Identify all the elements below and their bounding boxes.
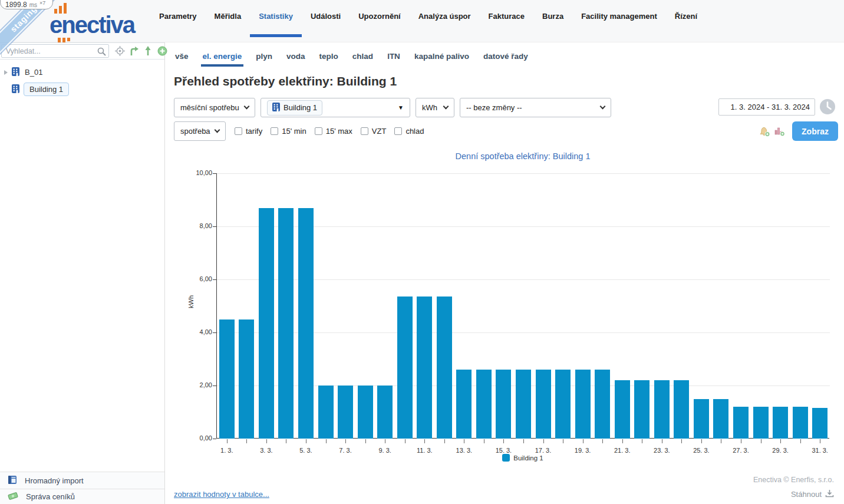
x-axis-label: 21. 3.: [614, 447, 631, 454]
bar-21-3: [615, 380, 630, 439]
bar-slot: [711, 173, 731, 439]
bar-slot: 21. 3.: [612, 173, 632, 439]
x-axis-tick: [622, 439, 623, 443]
x-axis-tick: [563, 439, 563, 443]
tab-itn[interactable]: ITN: [387, 52, 400, 61]
x-axis-label: 5. 3.: [299, 447, 312, 454]
nav-item-burza[interactable]: Burza: [542, 0, 563, 42]
profiler-time: 1899.8: [5, 1, 27, 9]
building-multiselect[interactable]: Building 1 ▼: [261, 98, 410, 117]
add-chart-icon[interactable]: [774, 126, 785, 136]
checkbox-box-15-max[interactable]: [315, 127, 322, 135]
bar-slot: 5. 3.: [296, 173, 316, 439]
sidebar-item-price-lists[interactable]: Správa ceníků: [0, 489, 164, 504]
x-axis-tick: [721, 439, 721, 443]
checkbox-box-chlad[interactable]: [394, 127, 402, 135]
x-axis-tick: [306, 439, 306, 443]
bar-slot: 27. 3.: [731, 173, 751, 439]
checkbox-vzt[interactable]: VZT: [361, 127, 387, 136]
y-axis-tick: [213, 226, 216, 227]
bar-14-3: [476, 370, 492, 439]
up-arrow-icon[interactable]: [143, 46, 153, 57]
checkbox-box-15-min[interactable]: [271, 127, 278, 135]
page: ParametryMěřidlaStatistikyUdálostiUpozor…: [0, 0, 844, 504]
tab-el-energie[interactable]: el. energie: [203, 52, 242, 61]
target-icon[interactable]: [114, 46, 125, 57]
nav-item-parametry[interactable]: Parametry: [159, 0, 197, 42]
period-select[interactable]: měsíční spotřebu: [174, 98, 255, 117]
checkbox-15-min[interactable]: 15' min: [271, 127, 306, 136]
expand-arrow-icon[interactable]: [4, 70, 8, 75]
branch-arrow-icon[interactable]: [128, 46, 139, 57]
bar-20-3: [595, 370, 610, 439]
change-select-value: -- beze změny --: [466, 103, 522, 112]
period-select-value: měsíční spotřebu: [180, 103, 239, 112]
x-axis-label: 19. 3.: [575, 447, 591, 454]
main-nav: ParametryMěřidlaStatistikyUdálostiUpozor…: [159, 0, 697, 42]
x-axis-tick: [246, 439, 247, 443]
nav-item-upozorn-n[interactable]: Upozornění: [358, 0, 401, 42]
y-axis-title: kWh: [187, 295, 194, 308]
checkbox-chlad[interactable]: chlad: [394, 127, 424, 136]
x-axis-tick: [602, 439, 603, 443]
x-axis-label: 17. 3.: [535, 447, 552, 454]
nav-item-fakturace[interactable]: Fakturace: [489, 0, 525, 42]
x-axis-tick: [681, 439, 682, 443]
chevron-down-icon: [600, 104, 606, 110]
tab-teplo[interactable]: teplo: [319, 52, 338, 61]
tab-kapaln-palivo[interactable]: kapalné palivo: [414, 52, 469, 61]
tab-chlad[interactable]: chlad: [352, 52, 373, 61]
bar-24-3: [674, 380, 689, 439]
nav-item-ud-losti[interactable]: Události: [311, 0, 341, 42]
checkbox-label-tarify: tarify: [246, 127, 262, 136]
dropdown-arrow-icon: ▼: [398, 104, 404, 111]
checkbox-tarify[interactable]: tarify: [235, 127, 262, 136]
tree-item-label: B_01: [24, 66, 44, 78]
change-select[interactable]: -- beze změny --: [460, 98, 611, 117]
tab-voda[interactable]: voda: [286, 52, 305, 61]
tree-item-building-1[interactable]: Building 1: [0, 82, 164, 97]
profiler-badge[interactable]: 1899.8ms×7: [0, 0, 53, 9]
checkbox-box-tarify[interactable]: [235, 127, 242, 135]
book-icon: [8, 475, 17, 486]
bar-6-3: [318, 386, 334, 439]
search-input[interactable]: [1, 44, 109, 58]
building-chip[interactable]: Building 1: [267, 100, 322, 116]
clock-icon[interactable]: [819, 98, 836, 115]
download-button[interactable]: Stáhnout: [791, 489, 834, 499]
date-range-input[interactable]: 1. 3. 2024 - 31. 3. 2024: [718, 98, 815, 116]
nav-item-m-idla[interactable]: Měřidla: [215, 0, 242, 42]
quantity-select[interactable]: spotřeba: [174, 121, 226, 141]
banknote-icon: [8, 492, 18, 502]
checkbox-15-max[interactable]: 15' max: [315, 127, 352, 136]
tree-item-label: Building 1: [24, 83, 69, 96]
sidebar-item-bulk-import[interactable]: Hromadný import: [0, 472, 164, 489]
chart-legend[interactable]: Building 1: [216, 454, 829, 462]
bar-slot: 9. 3.: [375, 173, 395, 439]
nav-item-zen[interactable]: Řízení: [675, 0, 697, 42]
tab-plyn[interactable]: plyn: [256, 52, 272, 61]
nav-item-facility-management[interactable]: Facility management: [581, 0, 657, 42]
show-table-link[interactable]: zobrazit hodnoty v tabulce...: [174, 490, 269, 499]
unit-select[interactable]: kWh: [416, 98, 454, 117]
bar-25-3: [694, 399, 709, 439]
tab-datov-ady[interactable]: datové řady: [483, 52, 528, 61]
bar-slot: 11. 3.: [414, 173, 434, 439]
tree-item-b-01[interactable]: B_01: [0, 65, 164, 80]
add-alert-bell-icon[interactable]: [759, 126, 770, 137]
bar-9-3: [377, 386, 393, 439]
x-axis-tick: [464, 439, 464, 443]
tab-v-e[interactable]: vše: [175, 52, 189, 61]
show-button[interactable]: Zobraz: [792, 121, 838, 141]
app-logo[interactable]: enectiva: [50, 13, 134, 37]
x-axis-tick: [424, 439, 425, 443]
nav-item-anal-za-spor[interactable]: Analýza úspor: [418, 0, 471, 42]
x-axis-label: 29. 3.: [772, 447, 789, 454]
search-icon[interactable]: [97, 47, 106, 58]
add-circle-icon[interactable]: [157, 46, 167, 57]
x-axis-tick: [780, 439, 781, 443]
nav-item-statistiky[interactable]: Statistiky: [259, 0, 293, 42]
bar-11-3: [417, 297, 432, 439]
checkbox-box-vzt[interactable]: [361, 127, 368, 135]
legend-swatch: [502, 454, 510, 462]
